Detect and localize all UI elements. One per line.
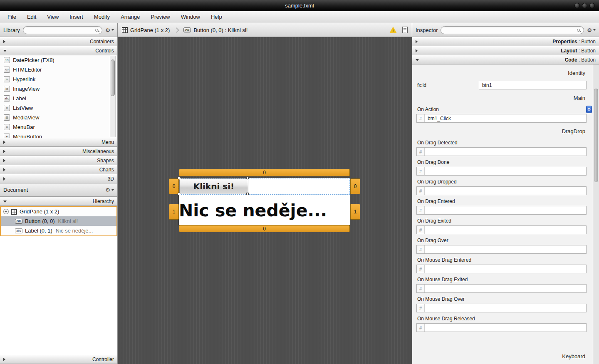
- section-target: : Button: [579, 39, 596, 45]
- inspector-scrollbar[interactable]: [593, 64, 599, 364]
- on-action-menu-button[interactable]: ⚙: [586, 106, 592, 113]
- section-3d[interactable]: 3D: [0, 174, 117, 183]
- library-search-input[interactable]: [23, 27, 102, 34]
- menu-help[interactable]: Help: [205, 11, 228, 23]
- section-miscellaneous-label: Miscellaneous: [82, 149, 114, 154]
- grid-row1-header-left[interactable]: 1: [169, 204, 179, 220]
- chevron-right-icon: [416, 40, 418, 43]
- section-hierarchy[interactable]: Hierarchy: [0, 197, 117, 206]
- on-drag-dropped-input[interactable]: [425, 187, 586, 195]
- document-report-icon[interactable]: [402, 27, 408, 33]
- warning-icon[interactable]: !: [389, 27, 397, 34]
- button-icon: OK: [15, 219, 22, 224]
- section-menu[interactable]: Menu: [0, 138, 117, 147]
- fxid-input[interactable]: [479, 81, 587, 89]
- menu-edit[interactable]: Edit: [22, 11, 42, 23]
- library-scrollbar[interactable]: [110, 56, 116, 137]
- tree-item-detail: Klikni si!: [58, 218, 78, 224]
- breadcrumb-button[interactable]: OK Button (0, 0) : Klikni si!: [183, 27, 248, 33]
- library-scrollbar-thumb[interactable]: [111, 59, 115, 96]
- chevron-down-icon: [3, 50, 7, 52]
- inspector-scrollbar-thumb[interactable]: [594, 89, 598, 182]
- section-charts[interactable]: Charts: [0, 165, 117, 174]
- library-gear-button[interactable]: ⚙: [105, 27, 114, 33]
- on-mouse-drag-exited-input[interactable]: [425, 285, 586, 292]
- section-containers[interactable]: Containers: [0, 37, 117, 46]
- section-miscellaneous[interactable]: Miscellaneous: [0, 147, 117, 156]
- breadcrumb-gridpane[interactable]: GridPane (1 x 2): [122, 27, 170, 33]
- inspector-gear-button[interactable]: ⚙: [587, 27, 596, 33]
- list-item-hyperlink[interactable]: ∞ Hyperlink: [0, 74, 117, 84]
- menu-window[interactable]: Window: [176, 11, 205, 23]
- resize-handle[interactable]: [246, 193, 249, 195]
- hash-prefix: #: [417, 187, 425, 195]
- on-drag-done-input[interactable]: [425, 167, 586, 175]
- list-item-menubar[interactable]: ≡ MenuBar: [0, 122, 117, 132]
- on-mouse-drag-over-input[interactable]: [425, 304, 586, 312]
- on-drag-over-input[interactable]: [425, 245, 586, 253]
- window-button-1[interactable]: [574, 3, 580, 8]
- on-drag-done-label: On Drag Done: [417, 159, 587, 166]
- on-drag-exited-input[interactable]: [425, 226, 586, 234]
- grid-row1-header-right[interactable]: 1: [350, 204, 360, 220]
- design-canvas[interactable]: 0 0 0 1 1 0 Klikni si! Nic se neděje...: [118, 37, 412, 364]
- list-item-htmleditor[interactable]: <> HTMLEditor: [0, 65, 117, 74]
- inspector-search-input[interactable]: [441, 27, 584, 34]
- list-item-label: DatePicker (FX8): [13, 57, 54, 63]
- datepicker-icon: 19: [4, 57, 10, 63]
- inspector-panel: Inspector ⚙ Properties: Button Layout: B…: [412, 23, 599, 364]
- section-code[interactable]: Code: Button: [412, 55, 599, 64]
- window-button-2[interactable]: [582, 3, 587, 8]
- hierarchy-tree: − GridPane (1 x 2) OK Button (0, 0) Klik…: [0, 206, 117, 236]
- document-gear-button[interactable]: ⚙: [105, 187, 114, 193]
- on-mouse-drag-released-input[interactable]: [425, 324, 586, 332]
- tree-item-label-node[interactable]: abc Label (0, 1) Nic se neděje...: [1, 226, 116, 235]
- resize-handle[interactable]: [178, 177, 180, 179]
- section-name: Layout: [561, 48, 577, 54]
- list-item-mediaview[interactable]: ▥ MediaView: [0, 113, 117, 122]
- list-item-datepicker[interactable]: 19 DatePicker (FX8): [0, 55, 117, 65]
- canvas-label[interactable]: Nic se neděje...: [179, 200, 351, 221]
- section-controls[interactable]: Controls: [0, 46, 117, 55]
- field-label-text: On Mouse Drag Over: [417, 296, 465, 302]
- menu-arrange[interactable]: Arrange: [115, 11, 145, 23]
- resize-handle[interactable]: [178, 193, 180, 195]
- chevron-down-icon: [111, 29, 114, 31]
- list-item-imageview[interactable]: ▨ ImageView: [0, 84, 117, 94]
- code-section-content: Identity fx:id Main On Action ⚙ # DragDr…: [412, 64, 599, 364]
- menu-view[interactable]: View: [42, 11, 64, 23]
- tree-item-gridpane[interactable]: − GridPane (1 x 2): [1, 207, 116, 216]
- grid-column-header[interactable]: 0: [179, 169, 350, 176]
- section-layout[interactable]: Layout: Button: [412, 46, 599, 55]
- collapse-icon[interactable]: −: [3, 209, 9, 214]
- on-drag-dropped-label: On Drag Dropped: [417, 179, 587, 185]
- on-mouse-drag-entered-input[interactable]: [425, 265, 586, 273]
- tree-item-button[interactable]: OK Button (0, 0) Klikni si!: [1, 216, 116, 226]
- list-item-listview[interactable]: ≡ ListView: [0, 103, 117, 113]
- menu-bar: File Edit View Insert Modify Arrange Pre…: [0, 11, 599, 23]
- menu-file[interactable]: File: [2, 11, 22, 23]
- list-item-label[interactable]: abc Label: [0, 94, 117, 103]
- grid-row0-header-right[interactable]: 0: [350, 178, 360, 194]
- on-drag-entered-input[interactable]: [425, 206, 586, 214]
- list-item-menubutton[interactable]: ▾ MenuButton: [0, 132, 117, 138]
- field-label-text: On Action: [417, 106, 439, 112]
- warning-exclaim: !: [389, 29, 397, 33]
- menu-preview[interactable]: Preview: [145, 11, 175, 23]
- tree-item-detail: Nic se neděje...: [56, 228, 93, 234]
- field-label-text: On Drag Entered: [417, 198, 455, 204]
- section-properties[interactable]: Properties: Button: [412, 37, 599, 46]
- grid-row0-header-left[interactable]: 0: [169, 178, 179, 194]
- canvas-button[interactable]: Klikni si!: [179, 178, 248, 194]
- section-controller[interactable]: Controller: [0, 355, 117, 364]
- section-shapes[interactable]: Shapes: [0, 156, 117, 165]
- section-layout-label: Layout: Button: [561, 48, 596, 54]
- menu-insert[interactable]: Insert: [64, 11, 89, 23]
- list-item-label: Label: [13, 95, 26, 102]
- on-action-input[interactable]: [425, 114, 586, 122]
- window-button-3[interactable]: [589, 3, 595, 8]
- resize-handle[interactable]: [246, 177, 249, 179]
- grid-bottom-header[interactable]: 0: [179, 225, 350, 232]
- menu-modify[interactable]: Modify: [89, 11, 115, 23]
- on-drag-detected-input[interactable]: [425, 148, 586, 156]
